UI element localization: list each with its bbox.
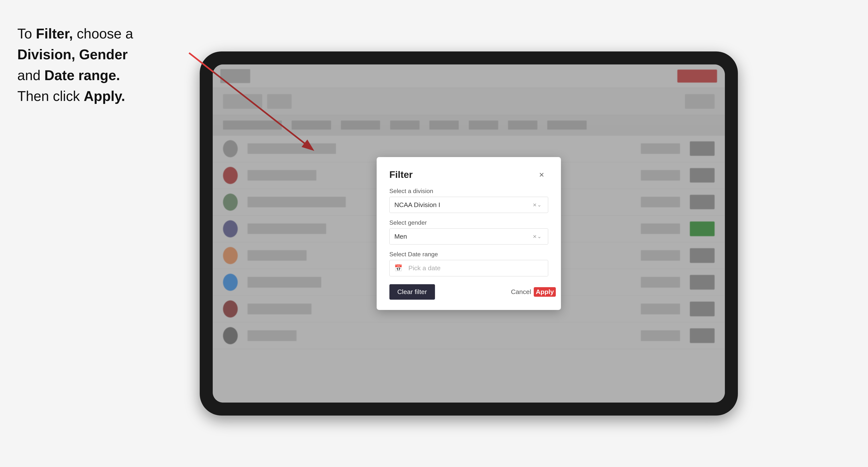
instruction-and-text: and (18, 68, 44, 83)
scene: To Filter, choose a Division, Gender and… (0, 0, 868, 467)
division-select-wrapper[interactable]: NCAA Division I × ⌄ (390, 197, 548, 213)
date-input-wrapper[interactable]: 📅 Pick a date (390, 260, 548, 276)
gender-select-actions: × ⌄ (533, 233, 548, 240)
clear-filter-button[interactable]: Clear filter (390, 284, 435, 300)
instruction-filter-bold: Filter, (36, 26, 73, 41)
date-placeholder: Pick a date (408, 264, 440, 272)
instruction-text-2: choose a (73, 26, 133, 41)
modal-title: Filter (390, 169, 413, 180)
date-form-group: Select Date range 📅 Pick a date (390, 251, 548, 276)
modal-header: Filter × (390, 168, 548, 181)
instruction-division-gender-bold: Division, Gender (18, 47, 128, 62)
division-chevron-icon[interactable]: ⌄ (537, 201, 541, 208)
calendar-icon: 📅 (394, 264, 402, 272)
gender-label: Select gender (390, 219, 548, 226)
division-form-group: Select a division NCAA Division I × ⌄ (390, 188, 548, 213)
cancel-button[interactable]: Cancel (510, 287, 532, 297)
division-select-actions: × ⌄ (533, 201, 548, 208)
tablet-device: Filter × Select a division NCAA Division… (200, 52, 738, 416)
modal-overlay: Filter × Select a division NCAA Division… (213, 64, 725, 403)
gender-select-wrapper[interactable]: Men × ⌄ (390, 228, 548, 244)
modal-footer: Clear filter Cancel Apply (390, 284, 548, 300)
date-label: Select Date range (390, 251, 548, 258)
gender-select-value: Men (390, 228, 533, 244)
modal-footer-right: Cancel Apply (510, 287, 548, 297)
division-select-value: NCAA Division I (390, 197, 533, 212)
instruction-text-1: To (18, 26, 36, 41)
filter-modal: Filter × Select a division NCAA Division… (377, 157, 561, 310)
instruction-then-text: Then click (18, 89, 84, 104)
instruction-daterange-bold: Date range. (44, 68, 120, 83)
division-clear-icon[interactable]: × (533, 201, 537, 208)
close-icon: × (539, 170, 544, 180)
apply-button[interactable]: Apply (534, 287, 556, 297)
gender-clear-icon[interactable]: × (533, 233, 537, 240)
tablet-screen: Filter × Select a division NCAA Division… (213, 64, 725, 403)
instruction-apply-bold: Apply. (84, 89, 125, 104)
gender-chevron-icon[interactable]: ⌄ (537, 233, 541, 240)
modal-close-button[interactable]: × (535, 168, 548, 181)
instructions-panel: To Filter, choose a Division, Gender and… (18, 23, 133, 106)
gender-form-group: Select gender Men × ⌄ (390, 219, 548, 245)
division-label: Select a division (390, 188, 548, 194)
